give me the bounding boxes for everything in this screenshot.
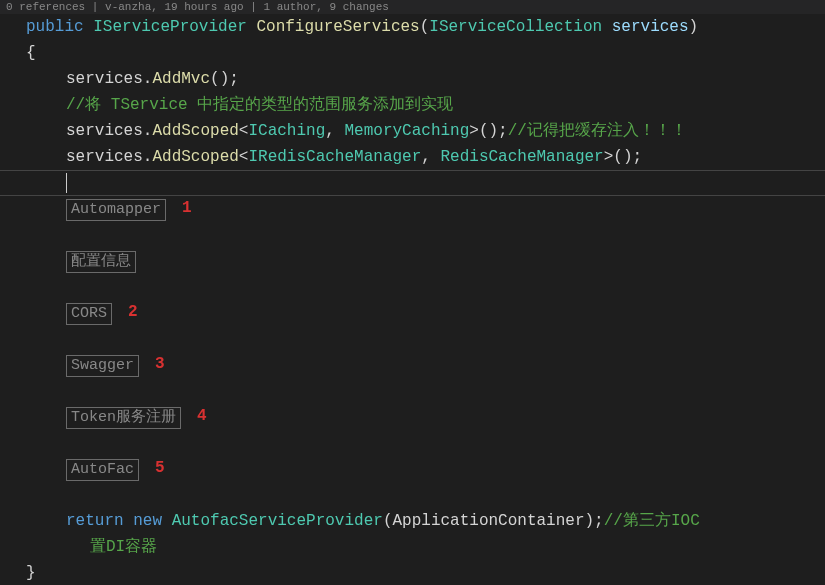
codelens-sep2: |	[250, 1, 263, 13]
region-cors[interactable]: CORS	[66, 303, 112, 325]
annotation-number: 4	[197, 407, 207, 425]
region-row: CORS2	[6, 300, 825, 326]
region-token[interactable]: Token服务注册	[66, 407, 181, 429]
comment-line: //将 TService 中指定的类型的范围服务添加到实现	[6, 92, 825, 118]
close-brace: }	[6, 560, 825, 585]
region-row: Automapper1	[6, 196, 825, 222]
return-line: return new AutofacServiceProvider(Applic…	[6, 508, 825, 534]
text-caret	[66, 173, 67, 193]
code-line-addscoped-1: services.AddScoped<ICaching, MemoryCachi…	[6, 118, 825, 144]
codelens-history[interactable]: 1 author, 9 changes	[263, 1, 388, 13]
annotation-number: 5	[155, 459, 165, 477]
open-brace: {	[6, 40, 825, 66]
region-autofac[interactable]: AutoFac	[66, 459, 139, 481]
region-row: Swagger3	[6, 352, 825, 378]
region-row: 配置信息	[6, 248, 825, 274]
codelens-bar: 0 references | v-anzha, 19 hours ago | 1…	[0, 0, 825, 14]
region-config[interactable]: 配置信息	[66, 251, 136, 273]
code-line-addscoped-2: services.AddScoped<IRedisCacheManager, R…	[6, 144, 825, 170]
region-automapper[interactable]: Automapper	[66, 199, 166, 221]
code-line-addmvc: services.AddMvc();	[6, 66, 825, 92]
codelens-references[interactable]: 0 references	[6, 1, 85, 13]
return-line-cont: 置DI容器	[6, 534, 825, 560]
caret-line[interactable]	[6, 170, 825, 196]
region-row: AutoFac5	[6, 456, 825, 482]
annotation-number: 2	[128, 303, 138, 321]
region-row: Token服务注册4	[6, 404, 825, 430]
annotation-number: 1	[182, 199, 192, 217]
codelens-sep: |	[92, 1, 105, 13]
method-signature: public IServiceProvider ConfigureService…	[6, 14, 825, 40]
annotation-number: 3	[155, 355, 165, 373]
region-swagger[interactable]: Swagger	[66, 355, 139, 377]
code-editor[interactable]: public IServiceProvider ConfigureService…	[0, 14, 825, 585]
codelens-author[interactable]: v-anzha, 19 hours ago	[105, 1, 244, 13]
